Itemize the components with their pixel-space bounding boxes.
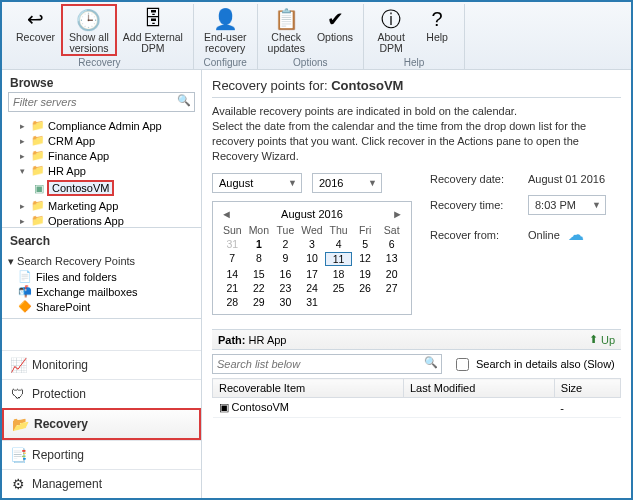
calendar-day[interactable]: 6 bbox=[378, 238, 405, 250]
nav-icon: 🛡 bbox=[10, 386, 26, 402]
search-option[interactable]: 📄Files and folders bbox=[8, 269, 195, 284]
calendar-day[interactable]: 31 bbox=[219, 238, 246, 250]
nav-icon: 📂 bbox=[12, 416, 28, 432]
ribbon-icon: 📋 bbox=[273, 6, 299, 32]
recovery-title: Recovery points for: ContosoVM bbox=[212, 78, 621, 98]
column-header[interactable]: Recoverable Item bbox=[213, 379, 404, 398]
tree-item[interactable]: ▸📁 Compliance Admin App bbox=[20, 118, 197, 133]
search-group[interactable]: ▾ Search Recovery Points bbox=[8, 254, 195, 269]
calendar-day[interactable]: 14 bbox=[219, 268, 246, 280]
nav-management[interactable]: ⚙Management bbox=[2, 469, 201, 498]
recovery-panel: Recovery points for: ContosoVM Available… bbox=[202, 70, 631, 498]
calendar-day[interactable]: 20 bbox=[378, 268, 405, 280]
ribbon-options-button[interactable]: ✔Options bbox=[311, 4, 359, 56]
ribbon-add-external-dpm-button[interactable]: 🗄Add ExternalDPM bbox=[117, 4, 189, 56]
up-arrow-icon: ⬆ bbox=[589, 333, 598, 346]
year-dropdown[interactable]: 2016▼ bbox=[312, 173, 382, 193]
vm-icon: ▣ bbox=[34, 182, 44, 195]
calendar: ◄ August 2016 ► SunMonTueWedThuFriSat311… bbox=[212, 201, 412, 315]
filter-servers-input[interactable] bbox=[8, 92, 195, 112]
folder-icon: 📁 bbox=[31, 164, 45, 177]
nav-monitoring[interactable]: 📈Monitoring bbox=[2, 350, 201, 379]
calendar-day[interactable]: 7 bbox=[219, 252, 246, 266]
ribbon-help-button[interactable]: ?Help bbox=[414, 4, 460, 56]
search-icon[interactable]: 🔍 bbox=[424, 356, 438, 369]
results-table: Recoverable ItemLast ModifiedSize ▣ Cont… bbox=[212, 378, 621, 418]
column-header[interactable]: Size bbox=[554, 379, 620, 398]
recovery-date-label: Recovery date: bbox=[430, 173, 520, 185]
calendar-day[interactable]: 19 bbox=[352, 268, 379, 280]
tree-item[interactable]: ▸📁 Marketing App bbox=[20, 198, 197, 213]
folder-icon: 📁 bbox=[31, 134, 45, 147]
nav-protection[interactable]: 🛡Protection bbox=[2, 379, 201, 408]
month-dropdown[interactable]: August▼ bbox=[212, 173, 302, 193]
search-option[interactable]: 🔶SharePoint bbox=[8, 299, 195, 314]
calendar-day[interactable]: 30 bbox=[272, 296, 299, 308]
recovery-date-value: August 01 2016 bbox=[528, 173, 605, 185]
search-icon[interactable]: 🔍 bbox=[177, 94, 191, 107]
calendar-day[interactable]: 16 bbox=[272, 268, 299, 280]
search-option-icon: 📄 bbox=[18, 270, 32, 283]
ribbon-show-all-versions-button[interactable]: 🕒Show allversions bbox=[61, 4, 117, 56]
tree-item[interactable]: ▾📁 HR App bbox=[20, 163, 197, 178]
calendar-day[interactable]: 27 bbox=[378, 282, 405, 294]
up-button[interactable]: ⬆ Up bbox=[589, 333, 615, 346]
nav-icon: ⚙ bbox=[10, 476, 26, 492]
calendar-day[interactable]: 3 bbox=[299, 238, 326, 250]
table-row[interactable]: ▣ ContosoVM- bbox=[213, 398, 621, 418]
browse-title: Browse bbox=[2, 70, 201, 92]
ribbon-icon: ? bbox=[424, 6, 450, 32]
calendar-day[interactable]: 21 bbox=[219, 282, 246, 294]
recovery-time-dropdown[interactable]: 8:03 PM▼ bbox=[528, 195, 606, 215]
nav-icon: 📈 bbox=[10, 357, 26, 373]
ribbon-check-updates-button[interactable]: 📋Checkupdates bbox=[262, 4, 311, 56]
calendar-day[interactable]: 8 bbox=[246, 252, 273, 266]
cal-prev[interactable]: ◄ bbox=[221, 208, 232, 220]
nav-icon: 📑 bbox=[10, 447, 26, 463]
cal-next[interactable]: ► bbox=[392, 208, 403, 220]
calendar-day[interactable]: 25 bbox=[325, 282, 352, 294]
calendar-day[interactable]: 28 bbox=[219, 296, 246, 308]
server-tree: ▸📁 Compliance Admin App▸📁 CRM App▸📁 Fina… bbox=[2, 118, 201, 228]
calendar-day[interactable]: 22 bbox=[246, 282, 273, 294]
ribbon-end-user-recovery-button[interactable]: 👤End-userrecovery bbox=[198, 4, 253, 56]
nav-list: 📈Monitoring🛡Protection📂Recovery📑Reportin… bbox=[2, 350, 201, 498]
calendar-day[interactable]: 15 bbox=[246, 268, 273, 280]
vm-icon: ▣ bbox=[219, 401, 229, 413]
calendar-day[interactable]: 18 bbox=[325, 268, 352, 280]
calendar-day[interactable]: 23 bbox=[272, 282, 299, 294]
ribbon-icon: ⓘ bbox=[378, 6, 404, 32]
ribbon-recover-button[interactable]: ↩Recover bbox=[10, 4, 61, 56]
nav-recovery[interactable]: 📂Recovery bbox=[2, 408, 201, 440]
calendar-day[interactable]: 2 bbox=[272, 238, 299, 250]
ribbon-icon: ✔ bbox=[322, 6, 348, 32]
tree-item[interactable]: ▸📁 CRM App bbox=[20, 133, 197, 148]
calendar-day[interactable]: 29 bbox=[246, 296, 273, 308]
search-details-checkbox[interactable]: Search in details also (Slow) bbox=[452, 355, 615, 374]
calendar-day[interactable]: 11 bbox=[325, 252, 352, 266]
recover-from-label: Recover from: bbox=[430, 229, 520, 241]
calendar-day[interactable]: 24 bbox=[299, 282, 326, 294]
calendar-day[interactable]: 26 bbox=[352, 282, 379, 294]
search-list-input[interactable] bbox=[212, 354, 442, 374]
calendar-day[interactable]: 13 bbox=[378, 252, 405, 266]
tree-item[interactable]: ▣ ContosoVM bbox=[34, 179, 197, 197]
calendar-day[interactable]: 10 bbox=[299, 252, 326, 266]
column-header[interactable]: Last Modified bbox=[403, 379, 554, 398]
cloud-icon: ☁ bbox=[568, 225, 584, 244]
ribbon-about-dpm-button[interactable]: ⓘAboutDPM bbox=[368, 4, 414, 56]
tree-item[interactable]: ▸📁 Finance App bbox=[20, 148, 197, 163]
tree-item[interactable]: ▸📁 Operations App bbox=[20, 213, 197, 228]
nav-reporting[interactable]: 📑Reporting bbox=[2, 440, 201, 469]
calendar-day[interactable]: 31 bbox=[299, 296, 326, 308]
search-option[interactable]: 📬Exchange mailboxes bbox=[8, 284, 195, 299]
calendar-day[interactable]: 9 bbox=[272, 252, 299, 266]
calendar-day[interactable]: 1 bbox=[246, 238, 273, 250]
recovery-desc: Available recovery points are indicated … bbox=[212, 104, 621, 163]
cal-title: August 2016 bbox=[281, 208, 343, 220]
calendar-day[interactable]: 12 bbox=[352, 252, 379, 266]
calendar-day[interactable]: 4 bbox=[325, 238, 352, 250]
calendar-day[interactable]: 17 bbox=[299, 268, 326, 280]
calendar-day[interactable]: 5 bbox=[352, 238, 379, 250]
recovery-time-label: Recovery time: bbox=[430, 199, 520, 211]
